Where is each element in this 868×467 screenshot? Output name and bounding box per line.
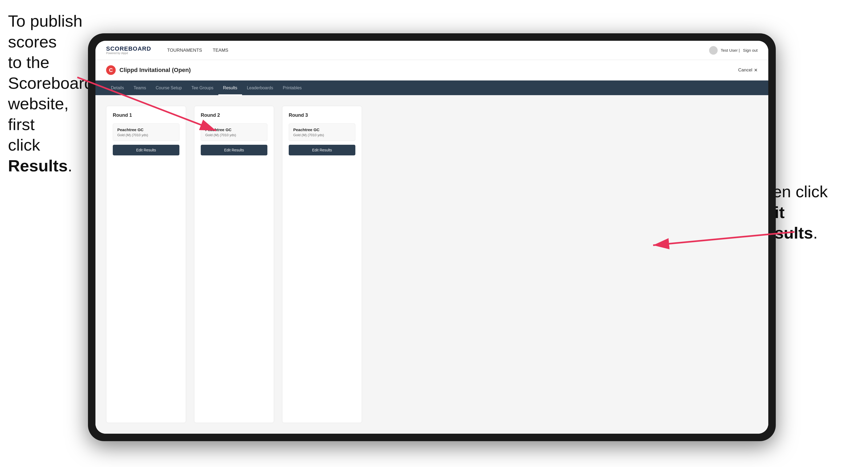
tournament-header: C Clippd Invitational (Open) Cancel ✕ xyxy=(95,60,768,81)
round-1-course-details: Gold (M) (7010 yds) xyxy=(117,133,175,137)
round-3-card: Round 3 Peachtree GC Gold (M) (7010 yds)… xyxy=(282,106,362,423)
tab-tee-groups[interactable]: Tee Groups xyxy=(187,81,218,95)
round-3-course-name: Peachtree GC xyxy=(293,127,351,132)
user-avatar xyxy=(709,46,718,55)
main-content: C Clippd Invitational (Open) Cancel ✕ De… xyxy=(95,60,768,434)
round-2-card: Round 2 Peachtree GC Gold (M) (7010 yds)… xyxy=(194,106,274,423)
round-3-title: Round 3 xyxy=(289,113,355,118)
round-1-course-card: Peachtree GC Gold (M) (7010 yds) xyxy=(113,123,179,141)
tab-bar: Details Teams Course Setup Tee Groups Re… xyxy=(95,81,768,95)
round-2-edit-results-button[interactable]: Edit Results xyxy=(201,145,268,155)
tournament-title-area: C Clippd Invitational (Open) xyxy=(106,65,191,75)
cancel-button[interactable]: Cancel ✕ xyxy=(738,67,757,73)
round-1-card: Round 1 Peachtree GC Gold (M) (7010 yds)… xyxy=(106,106,186,423)
round-2-course-details: Gold (M) (7010 yds) xyxy=(205,133,263,137)
tablet-device: SCOREBOARD Powered by clippd TOURNAMENTS… xyxy=(88,33,776,441)
top-navigation: SCOREBOARD Powered by clippd TOURNAMENTS… xyxy=(95,41,768,60)
tab-results[interactable]: Results xyxy=(218,81,242,95)
instruction-left: To publish scoresto the Scoreboardwebsit… xyxy=(8,11,85,176)
round-2-title: Round 2 xyxy=(201,113,268,118)
rounds-area: Round 1 Peachtree GC Gold (M) (7010 yds)… xyxy=(95,95,768,434)
tab-course-setup[interactable]: Course Setup xyxy=(151,81,187,95)
tab-teams[interactable]: Teams xyxy=(129,81,151,95)
round-3-course-details: Gold (M) (7010 yds) xyxy=(293,133,351,137)
round-2-course-card: Peachtree GC Gold (M) (7010 yds) xyxy=(201,123,268,141)
nav-signout-link[interactable]: Sign out xyxy=(743,48,757,53)
tab-printables[interactable]: Printables xyxy=(278,81,307,95)
tablet-screen: SCOREBOARD Powered by clippd TOURNAMENTS… xyxy=(95,41,768,434)
round-1-edit-results-button[interactable]: Edit Results xyxy=(113,145,179,155)
nav-user-text: Test User | xyxy=(721,48,740,53)
logo-text: SCOREBOARD xyxy=(106,46,151,52)
nav-tournaments[interactable]: TOURNAMENTS xyxy=(167,48,202,53)
tournament-icon: C xyxy=(106,65,116,75)
tournament-title: Clippd Invitational (Open) xyxy=(119,67,191,73)
round-2-course-name: Peachtree GC xyxy=(205,127,263,132)
tab-details[interactable]: Details xyxy=(106,81,129,95)
round-1-course-name: Peachtree GC xyxy=(117,127,175,132)
nav-links: TOURNAMENTS TEAMS xyxy=(167,48,709,53)
nav-right: Test User | Sign out xyxy=(709,46,757,55)
logo-sub: Powered by clippd xyxy=(106,52,151,55)
logo-area: SCOREBOARD Powered by clippd xyxy=(106,46,151,55)
instruction-left-text: To publish scoresto the Scoreboardwebsit… xyxy=(8,12,94,175)
tab-leaderboards[interactable]: Leaderboards xyxy=(242,81,278,95)
round-3-course-card: Peachtree GC Gold (M) (7010 yds) xyxy=(289,123,355,141)
round-3-edit-results-button[interactable]: Edit Results xyxy=(289,145,355,155)
nav-teams[interactable]: TEAMS xyxy=(213,48,228,53)
round-1-title: Round 1 xyxy=(113,113,179,118)
